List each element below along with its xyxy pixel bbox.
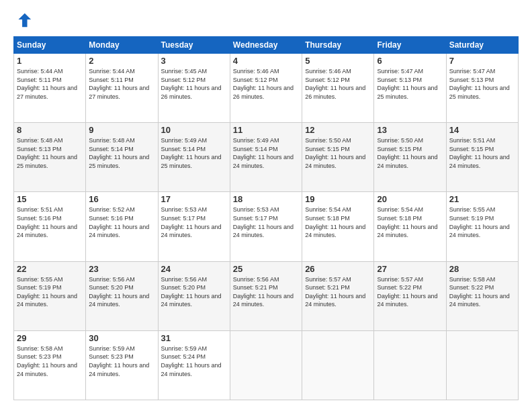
calendar-cell: 4Sunrise: 5:46 AMSunset: 5:12 PMDaylight… (230, 54, 302, 123)
calendar-cell: 6Sunrise: 5:47 AMSunset: 5:13 PMDaylight… (374, 54, 446, 123)
logo (13, 11, 35, 30)
logo-icon (13, 11, 32, 30)
day-info: Sunrise: 5:56 AMSunset: 5:21 PMDaylight:… (233, 275, 299, 309)
day-info: Sunrise: 5:57 AMSunset: 5:22 PMDaylight:… (377, 275, 443, 309)
header (13, 11, 519, 30)
day-of-week-header: Sunday (14, 37, 86, 54)
calendar-cell: 18Sunrise: 5:53 AMSunset: 5:17 PMDayligh… (230, 192, 302, 261)
calendar-cell (302, 330, 374, 400)
day-number: 5 (305, 56, 371, 66)
day-number: 20 (377, 194, 443, 204)
calendar-cell: 31Sunrise: 5:59 AMSunset: 5:24 PMDayligh… (158, 330, 230, 400)
day-info: Sunrise: 5:46 AMSunset: 5:12 PMDaylight:… (233, 67, 299, 101)
day-number: 10 (161, 125, 227, 135)
calendar-cell: 1Sunrise: 5:44 AMSunset: 5:11 PMDaylight… (14, 54, 86, 123)
day-info: Sunrise: 5:52 AMSunset: 5:16 PMDaylight:… (89, 205, 154, 239)
day-info: Sunrise: 5:47 AMSunset: 5:13 PMDaylight:… (377, 67, 443, 101)
day-number: 30 (89, 333, 154, 343)
day-of-week-header: Thursday (302, 37, 374, 54)
day-info: Sunrise: 5:51 AMSunset: 5:16 PMDaylight:… (17, 205, 83, 239)
calendar-cell: 12Sunrise: 5:50 AMSunset: 5:15 PMDayligh… (302, 123, 374, 192)
day-number: 17 (161, 194, 227, 204)
day-number: 24 (161, 264, 227, 274)
day-of-week-header: Saturday (446, 37, 518, 54)
calendar-cell: 9Sunrise: 5:48 AMSunset: 5:14 PMDaylight… (86, 123, 158, 192)
day-number: 7 (449, 56, 515, 66)
day-number: 22 (17, 264, 83, 274)
day-of-week-header: Friday (374, 37, 446, 54)
day-number: 12 (305, 125, 371, 135)
day-number: 15 (17, 194, 83, 204)
calendar-cell: 17Sunrise: 5:53 AMSunset: 5:17 PMDayligh… (158, 192, 230, 261)
day-info: Sunrise: 5:49 AMSunset: 5:14 PMDaylight:… (161, 136, 227, 170)
day-info: Sunrise: 5:54 AMSunset: 5:18 PMDaylight:… (377, 205, 443, 239)
calendar-cell: 23Sunrise: 5:56 AMSunset: 5:20 PMDayligh… (86, 261, 158, 330)
day-info: Sunrise: 5:44 AMSunset: 5:11 PMDaylight:… (17, 67, 83, 101)
page: SundayMondayTuesdayWednesdayThursdayFrid… (0, 0, 532, 411)
svg-marker-0 (18, 13, 31, 28)
day-info: Sunrise: 5:56 AMSunset: 5:20 PMDaylight:… (161, 275, 227, 309)
calendar-cell (446, 330, 518, 400)
day-info: Sunrise: 5:53 AMSunset: 5:17 PMDaylight:… (161, 205, 227, 239)
day-number: 4 (233, 56, 299, 66)
day-number: 16 (89, 194, 154, 204)
calendar-cell: 10Sunrise: 5:49 AMSunset: 5:14 PMDayligh… (158, 123, 230, 192)
day-info: Sunrise: 5:48 AMSunset: 5:13 PMDaylight:… (17, 136, 83, 170)
day-number: 9 (89, 125, 154, 135)
calendar-table: SundayMondayTuesdayWednesdayThursdayFrid… (13, 36, 519, 400)
day-of-week-header: Tuesday (158, 37, 230, 54)
day-info: Sunrise: 5:55 AMSunset: 5:19 PMDaylight:… (449, 205, 515, 239)
day-info: Sunrise: 5:48 AMSunset: 5:14 PMDaylight:… (89, 136, 154, 170)
day-info: Sunrise: 5:49 AMSunset: 5:14 PMDaylight:… (233, 136, 299, 170)
calendar-cell: 29Sunrise: 5:58 AMSunset: 5:23 PMDayligh… (14, 330, 86, 400)
day-number: 25 (233, 264, 299, 274)
day-number: 6 (377, 56, 443, 66)
day-info: Sunrise: 5:45 AMSunset: 5:12 PMDaylight:… (161, 67, 227, 101)
day-info: Sunrise: 5:59 AMSunset: 5:24 PMDaylight:… (161, 345, 227, 378)
calendar-cell: 26Sunrise: 5:57 AMSunset: 5:21 PMDayligh… (302, 261, 374, 330)
day-number: 23 (89, 264, 154, 274)
day-info: Sunrise: 5:57 AMSunset: 5:21 PMDaylight:… (305, 275, 371, 309)
day-info: Sunrise: 5:58 AMSunset: 5:23 PMDaylight:… (17, 345, 83, 378)
day-info: Sunrise: 5:50 AMSunset: 5:15 PMDaylight:… (305, 136, 371, 170)
calendar-cell: 2Sunrise: 5:44 AMSunset: 5:11 PMDaylight… (86, 54, 158, 123)
day-info: Sunrise: 5:53 AMSunset: 5:17 PMDaylight:… (233, 205, 299, 239)
day-number: 2 (89, 56, 154, 66)
calendar-cell: 15Sunrise: 5:51 AMSunset: 5:16 PMDayligh… (14, 192, 86, 261)
calendar-cell: 27Sunrise: 5:57 AMSunset: 5:22 PMDayligh… (374, 261, 446, 330)
calendar-cell: 7Sunrise: 5:47 AMSunset: 5:13 PMDaylight… (446, 54, 518, 123)
calendar-cell: 16Sunrise: 5:52 AMSunset: 5:16 PMDayligh… (86, 192, 158, 261)
day-of-week-header: Monday (86, 37, 158, 54)
day-number: 31 (161, 333, 227, 343)
day-number: 27 (377, 264, 443, 274)
day-info: Sunrise: 5:50 AMSunset: 5:15 PMDaylight:… (377, 136, 443, 170)
day-number: 29 (17, 333, 83, 343)
day-info: Sunrise: 5:47 AMSunset: 5:13 PMDaylight:… (449, 67, 515, 101)
day-info: Sunrise: 5:55 AMSunset: 5:19 PMDaylight:… (17, 275, 83, 309)
calendar-cell: 14Sunrise: 5:51 AMSunset: 5:15 PMDayligh… (446, 123, 518, 192)
day-info: Sunrise: 5:59 AMSunset: 5:23 PMDaylight:… (89, 345, 154, 378)
calendar-cell: 28Sunrise: 5:58 AMSunset: 5:22 PMDayligh… (446, 261, 518, 330)
calendar-cell: 11Sunrise: 5:49 AMSunset: 5:14 PMDayligh… (230, 123, 302, 192)
calendar-cell: 8Sunrise: 5:48 AMSunset: 5:13 PMDaylight… (14, 123, 86, 192)
calendar-cell: 3Sunrise: 5:45 AMSunset: 5:12 PMDaylight… (158, 54, 230, 123)
calendar-cell: 25Sunrise: 5:56 AMSunset: 5:21 PMDayligh… (230, 261, 302, 330)
calendar-cell: 21Sunrise: 5:55 AMSunset: 5:19 PMDayligh… (446, 192, 518, 261)
day-info: Sunrise: 5:58 AMSunset: 5:22 PMDaylight:… (449, 275, 515, 309)
calendar-cell: 5Sunrise: 5:46 AMSunset: 5:12 PMDaylight… (302, 54, 374, 123)
calendar-cell (230, 330, 302, 400)
day-number: 14 (449, 125, 515, 135)
day-number: 28 (449, 264, 515, 274)
calendar-cell: 24Sunrise: 5:56 AMSunset: 5:20 PMDayligh… (158, 261, 230, 330)
day-number: 26 (305, 264, 371, 274)
day-number: 21 (449, 194, 515, 204)
day-info: Sunrise: 5:54 AMSunset: 5:18 PMDaylight:… (305, 205, 371, 239)
day-of-week-header: Wednesday (230, 37, 302, 54)
day-number: 13 (377, 125, 443, 135)
day-number: 18 (233, 194, 299, 204)
calendar-cell: 30Sunrise: 5:59 AMSunset: 5:23 PMDayligh… (86, 330, 158, 400)
day-number: 8 (17, 125, 83, 135)
calendar-cell: 22Sunrise: 5:55 AMSunset: 5:19 PMDayligh… (14, 261, 86, 330)
day-number: 3 (161, 56, 227, 66)
calendar-cell: 13Sunrise: 5:50 AMSunset: 5:15 PMDayligh… (374, 123, 446, 192)
